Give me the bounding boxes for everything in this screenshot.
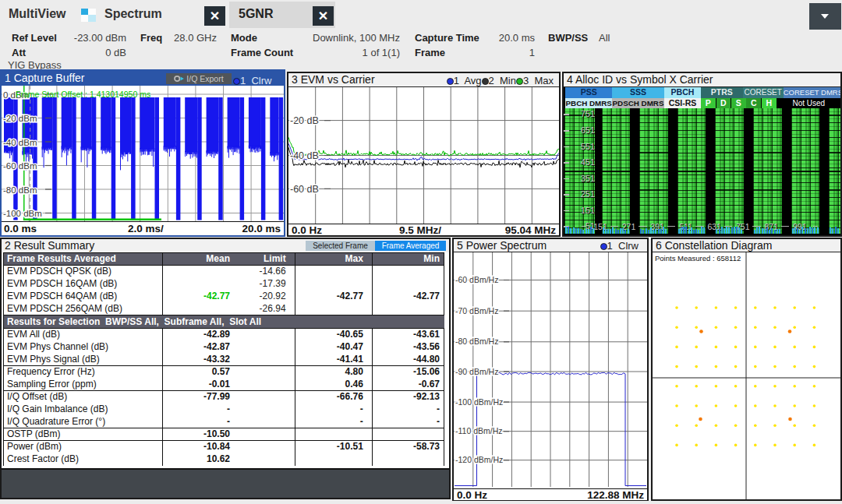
svg-text:Points Measured : 658112: Points Measured : 658112 — [655, 254, 741, 263]
svg-text:-40 dBm: -40 dBm — [3, 138, 37, 147]
svg-text:-90 dBm/Hz: -90 dBm/Hz — [455, 367, 498, 376]
svg-text:-70 dBm/Hz: -70 dBm/Hz — [455, 306, 498, 315]
svg-text:-100 dBm: -100 dBm — [3, 209, 42, 218]
svg-text:-20 dB: -20 dB — [290, 115, 319, 126]
svg-text:-60 dBm: -60 dBm — [3, 161, 37, 171]
svg-text:-20 dBm: -20 dBm — [3, 114, 37, 123]
svg-text:-120 dBm/Hz: -120 dBm/Hz — [455, 455, 503, 464]
svg-text:-80 dBm: -80 dBm — [3, 185, 37, 195]
svg-text:-60 dBm/Hz: -60 dBm/Hz — [455, 275, 498, 284]
svg-text:-110 dBm/Hz: -110 dBm/Hz — [455, 426, 503, 435]
svg-text:Frame Start Offset : 1.4130149: Frame Start Offset : 1.413014950 ms — [16, 90, 150, 99]
svg-text:-80 dBm/Hz: -80 dBm/Hz — [455, 337, 498, 346]
svg-text:-100 dBm/Hz: -100 dBm/Hz — [455, 397, 503, 407]
svg-text:-40 dB: -40 dB — [290, 150, 319, 161]
svg-text:-60 dB: -60 dB — [290, 184, 319, 195]
